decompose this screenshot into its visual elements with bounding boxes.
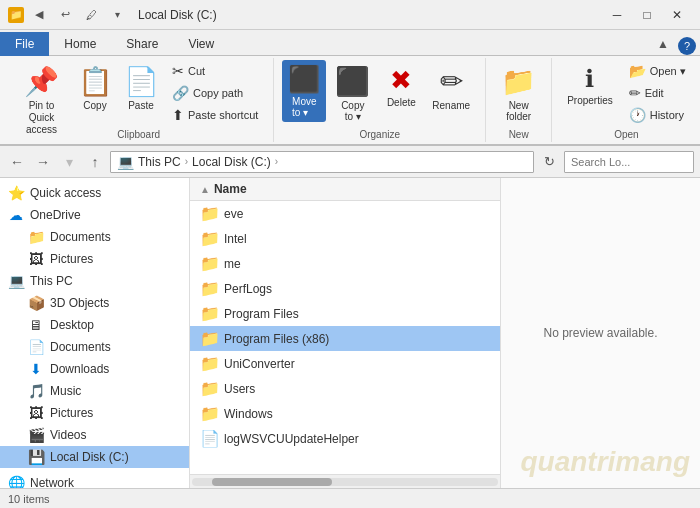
ribbon-toggle-button[interactable]: ▲ xyxy=(652,33,674,55)
rename-button[interactable]: ✏ Rename xyxy=(425,60,477,116)
sort-arrow: ▲ xyxy=(200,184,210,195)
sidebar-item-local-disk[interactable]: 💾 Local Disk (C:) xyxy=(0,446,189,468)
copy-icon: 📋 xyxy=(78,65,113,98)
maximize-button[interactable]: □ xyxy=(632,5,662,25)
qat-undo-button[interactable]: ↩ xyxy=(54,4,76,26)
edit-button[interactable]: ✏ Edit xyxy=(622,82,693,104)
downloads-icon: ⬇ xyxy=(28,361,44,377)
sidebar-item-quick-access[interactable]: ⭐ Quick access xyxy=(0,182,189,204)
new-folder-button[interactable]: 📁 Newfolder xyxy=(494,60,543,127)
network-label: Network xyxy=(30,476,74,488)
search-input[interactable] xyxy=(571,156,700,168)
file-row-intel[interactable]: 📁 Intel xyxy=(190,226,500,251)
qat-properties-button[interactable]: 🖊 xyxy=(80,4,102,26)
file-name-perflogs: PerfLogs xyxy=(224,282,272,296)
edit-icon: ✏ xyxy=(629,85,641,101)
help-button[interactable]: ? xyxy=(678,37,696,55)
sidebar-item-onedrive[interactable]: ☁ OneDrive xyxy=(0,204,189,226)
file-row-eve[interactable]: 📁 eve xyxy=(190,201,500,226)
sidebar-item-this-pc[interactable]: 💻 This PC xyxy=(0,270,189,292)
ribbon-clipboard-items: 📌 Pin to Quick access 📋 Copy 📄 Paste ✂ C… xyxy=(12,60,265,155)
this-pc-label: This PC xyxy=(30,274,73,288)
sidebar-item-desktop[interactable]: 🖥 Desktop xyxy=(0,314,189,336)
history-button[interactable]: 🕐 History xyxy=(622,104,693,126)
file-row-users[interactable]: 📁 Users xyxy=(190,376,500,401)
sidebar-item-3d-objects[interactable]: 📦 3D Objects xyxy=(0,292,189,314)
move-to-button[interactable]: ⬛ Moveto ▾ xyxy=(282,60,326,122)
name-column-header[interactable]: Name xyxy=(214,182,247,196)
qat-dropdown-button[interactable]: ▾ xyxy=(106,4,128,26)
file-name-log: logWSVCUUpdateHelper xyxy=(224,432,359,446)
pictures-od-label: Pictures xyxy=(50,252,93,266)
file-name-program-files: Program Files xyxy=(224,307,299,321)
crumb-this-pc[interactable]: This PC xyxy=(138,155,181,169)
hscroll-thumb[interactable] xyxy=(212,478,332,486)
status-bar: 10 items xyxy=(0,488,700,508)
title-bar-controls: ─ □ ✕ xyxy=(602,5,692,25)
tab-share[interactable]: Share xyxy=(111,32,173,56)
file-row-windows[interactable]: 📁 Windows xyxy=(190,401,500,426)
tab-home[interactable]: Home xyxy=(49,32,111,56)
sidebar-item-downloads[interactable]: ⬇ Downloads xyxy=(0,358,189,380)
crumb-local-disk[interactable]: Local Disk (C:) xyxy=(192,155,271,169)
file-list-header: ▲ Name xyxy=(190,178,500,201)
sidebar: ⭐ Quick access ☁ OneDrive 📁 Documents 🖼 … xyxy=(0,178,190,488)
pin-icon: 📌 xyxy=(24,65,59,98)
sidebar-item-pictures-od[interactable]: 🖼 Pictures xyxy=(0,248,189,270)
delete-button[interactable]: ✖ Delete xyxy=(379,60,423,113)
tab-file[interactable]: File xyxy=(0,32,49,56)
sidebar-item-documents[interactable]: 📄 Documents xyxy=(0,336,189,358)
horizontal-scrollbar[interactable] xyxy=(190,474,500,488)
desktop-icon: 🖥 xyxy=(28,317,44,333)
copy-path-button[interactable]: 🔗 Copy path xyxy=(165,82,265,104)
file-row-program-files[interactable]: 📁 Program Files xyxy=(190,301,500,326)
sidebar-item-documents-od[interactable]: 📁 Documents xyxy=(0,226,189,248)
open-icon: 📂 xyxy=(629,63,646,79)
refresh-button[interactable]: ↻ xyxy=(538,151,560,173)
file-list: 📁 eve 📁 Intel 📁 me 📁 PerfLogs 📁 Program … xyxy=(190,201,500,474)
title-bar-left: 📁 ◀ ↩ 🖊 ▾ Local Disk (C:) xyxy=(8,4,217,26)
ribbon-tabs: File Home Share View ▲ ? xyxy=(0,30,700,56)
title-bar-title: Local Disk (C:) xyxy=(138,8,217,22)
folder-icon-uniconverter: 📁 xyxy=(200,354,218,373)
paste-button[interactable]: 📄 Paste xyxy=(119,60,163,116)
open-small-buttons: 📂 Open ▾ ✏ Edit 🕐 History xyxy=(622,60,693,126)
file-row-uniconverter[interactable]: 📁 UniConverter xyxy=(190,351,500,376)
copy-to-button[interactable]: ⬛ Copyto ▾ xyxy=(328,60,377,127)
file-row-log[interactable]: 📄 logWSVCUUpdateHelper xyxy=(190,426,500,451)
properties-button[interactable]: ℹ Properties xyxy=(560,60,620,111)
documents-icon: 📄 xyxy=(28,339,44,355)
documents-od-label: Documents xyxy=(50,230,111,244)
file-row-me[interactable]: 📁 me xyxy=(190,251,500,276)
music-label: Music xyxy=(50,384,81,398)
minimize-button[interactable]: ─ xyxy=(602,5,632,25)
qat-back-button[interactable]: ◀ xyxy=(28,4,50,26)
clipboard-small-buttons: ✂ Cut 🔗 Copy path ⬆ Paste shortcut xyxy=(165,60,265,126)
copy-button[interactable]: 📋 Copy xyxy=(73,60,117,116)
videos-label: Videos xyxy=(50,428,86,442)
paste-shortcut-button[interactable]: ⬆ Paste shortcut xyxy=(165,104,265,126)
open-button[interactable]: 📂 Open ▾ xyxy=(622,60,693,82)
file-name-windows: Windows xyxy=(224,407,273,421)
cut-button[interactable]: ✂ Cut xyxy=(165,60,265,82)
new-folder-icon: 📁 xyxy=(501,65,536,98)
folder-icon-program-files-x86: 📁 xyxy=(200,329,218,348)
sidebar-item-network[interactable]: 🌐 Network xyxy=(0,472,189,488)
cut-icon: ✂ xyxy=(172,63,184,79)
delete-icon: ✖ xyxy=(390,65,412,96)
file-row-program-files-x86[interactable]: 📁 Program Files (x86) xyxy=(190,326,500,351)
sidebar-item-pictures[interactable]: 🖼 Pictures xyxy=(0,402,189,424)
copy-path-icon: 🔗 xyxy=(172,85,189,101)
file-row-perflogs[interactable]: 📁 PerfLogs xyxy=(190,276,500,301)
search-box[interactable]: 🔍 xyxy=(564,151,694,173)
documents-od-icon: 📁 xyxy=(28,229,44,245)
sidebar-item-videos[interactable]: 🎬 Videos xyxy=(0,424,189,446)
3d-objects-label: 3D Objects xyxy=(50,296,109,310)
close-button[interactable]: ✕ xyxy=(662,5,692,25)
no-preview-label: No preview available. xyxy=(543,326,657,340)
tab-view[interactable]: View xyxy=(173,32,229,56)
sidebar-item-music[interactable]: 🎵 Music xyxy=(0,380,189,402)
documents-label: Documents xyxy=(50,340,111,354)
title-bar: 📁 ◀ ↩ 🖊 ▾ Local Disk (C:) ─ □ ✕ xyxy=(0,0,700,30)
folder-icon-eve: 📁 xyxy=(200,204,218,223)
